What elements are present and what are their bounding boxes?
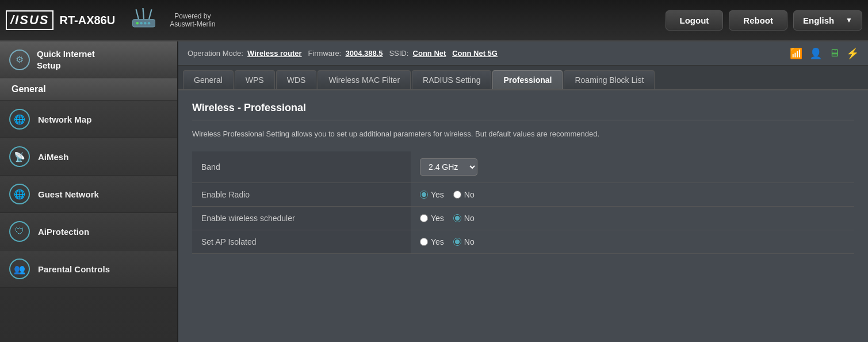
quick-setup-icon: ⚙	[9, 50, 30, 70]
parental-controls-label: Parental Controls	[38, 264, 110, 274]
wireless-scheduler-no-label[interactable]: No	[453, 214, 475, 223]
tab-wds[interactable]: WDS	[276, 70, 317, 89]
enable-radio-label: Enable Radio	[192, 183, 411, 206]
guest-network-label: Guest Network	[38, 189, 99, 199]
svg-point-6	[144, 22, 147, 25]
network-map-icon: 🌐	[9, 109, 30, 130]
header: /ISUS RT-AX86U Powered by Asuswrt-Merlin	[0, 0, 868, 41]
guest-network-icon: 🌐	[9, 184, 30, 204]
ap-isolated-no[interactable]	[453, 238, 461, 246]
monitor-status-icon: 🖥	[829, 47, 839, 59]
sidebar-item-network-map[interactable]: 🌐 Network Map	[0, 101, 177, 138]
aimesh-label: AiMesh	[38, 152, 68, 162]
tab-general[interactable]: General	[183, 70, 234, 89]
info-bar-text: Operation Mode: Wireless router Firmware…	[188, 49, 498, 58]
svg-line-2	[149, 9, 152, 19]
sidebar: ⚙ Quick InternetSetup General 🌐 Network …	[0, 41, 178, 342]
band-row: Band 2.4 GHz 5 GHz	[192, 151, 854, 183]
general-section-title: General	[0, 78, 177, 101]
wireless-scheduler-yes-label[interactable]: Yes	[420, 214, 444, 223]
svg-line-0	[136, 9, 139, 19]
aiprotection-label: AiProtection	[38, 227, 89, 237]
wireless-scheduler-row: Enable wireless scheduler Yes No	[192, 206, 854, 230]
wireless-scheduler-yes-text: Yes	[431, 214, 444, 223]
enable-radio-no-text: No	[464, 190, 475, 199]
enable-radio-no[interactable]	[453, 191, 461, 199]
asus-logo: /ISUS	[6, 10, 53, 30]
band-label: Band	[192, 151, 411, 183]
router-icon	[127, 6, 161, 34]
enable-radio-group: Yes No	[420, 190, 845, 199]
ap-isolated-yes-label[interactable]: Yes	[420, 237, 444, 246]
tab-professional[interactable]: Professional	[492, 70, 563, 89]
wireless-scheduler-yes[interactable]	[420, 214, 428, 222]
wifi-status-icon: 📶	[790, 47, 802, 60]
panel-description: Wireless Professional Setting allows you…	[192, 128, 854, 140]
firmware-value[interactable]: 3004.388.5	[345, 49, 383, 58]
network-map-label: Network Map	[38, 115, 91, 124]
ap-isolated-label: Set AP Isolated	[192, 230, 411, 253]
aiprotection-icon: 🛡	[9, 221, 30, 242]
model-name: RT-AX86U	[59, 14, 115, 27]
enable-radio-no-label[interactable]: No	[453, 190, 475, 199]
language-button[interactable]: English ▼	[793, 10, 862, 31]
quick-internet-setup-item[interactable]: ⚙ Quick InternetSetup	[0, 41, 177, 78]
users-status-icon: 👤	[809, 47, 822, 60]
enable-radio-value-cell: Yes No	[411, 183, 854, 206]
enable-radio-yes-label[interactable]: Yes	[420, 190, 444, 199]
ap-isolated-yes[interactable]	[420, 238, 428, 246]
ap-isolated-no-text: No	[464, 237, 475, 246]
wireless-scheduler-no[interactable]	[453, 214, 461, 222]
panel: Wireless - Professional Wireless Profess…	[178, 90, 868, 342]
operation-mode-value[interactable]: Wireless router	[247, 49, 302, 58]
panel-title: Wireless - Professional	[192, 102, 854, 120]
tab-roaming-block-list[interactable]: Roaming Block List	[564, 70, 655, 89]
sidebar-item-parental-controls[interactable]: 👥 Parental Controls	[0, 250, 177, 288]
band-select[interactable]: 2.4 GHz 5 GHz	[420, 158, 477, 176]
quick-setup-label: Quick InternetSetup	[37, 48, 95, 71]
reboot-button[interactable]: Reboot	[729, 10, 787, 31]
tab-wps[interactable]: WPS	[235, 70, 275, 89]
powered-by: Powered by Asuswrt-Merlin	[170, 12, 215, 28]
wireless-scheduler-no-text: No	[464, 214, 475, 223]
ap-isolated-yes-text: Yes	[431, 237, 444, 246]
svg-line-1	[143, 8, 144, 20]
sidebar-item-aimesh[interactable]: 📡 AiMesh	[0, 138, 177, 176]
language-label: English	[803, 16, 834, 25]
svg-point-5	[140, 22, 143, 25]
chevron-down-icon: ▼	[846, 16, 852, 24]
ap-isolated-row: Set AP Isolated Yes No	[192, 230, 854, 253]
operation-mode-label: Operation Mode:	[188, 49, 243, 58]
settings-table: Band 2.4 GHz 5 GHz Enable Radio	[192, 151, 854, 254]
enable-radio-yes-text: Yes	[431, 190, 444, 199]
status-icons: 📶 👤 🖥 ⚡	[790, 47, 859, 60]
ssid-label: SSID:	[389, 49, 408, 58]
enable-radio-yes[interactable]	[420, 191, 428, 199]
ap-isolated-no-label[interactable]: No	[453, 237, 475, 246]
tab-wireless-mac-filter[interactable]: Wireless MAC Filter	[318, 70, 411, 89]
ssid-value1[interactable]: Conn Net	[413, 49, 446, 58]
svg-point-7	[148, 22, 151, 25]
header-buttons: Logout Reboot English ▼	[666, 10, 862, 31]
ap-isolated-value-cell: Yes No	[411, 230, 854, 253]
usb-status-icon: ⚡	[846, 47, 859, 60]
tabs-bar: General WPS WDS Wireless MAC Filter RADI…	[178, 66, 868, 90]
wireless-scheduler-label: Enable wireless scheduler	[192, 206, 411, 230]
sidebar-item-aiprotection[interactable]: 🛡 AiProtection	[0, 213, 177, 250]
main-layout: ⚙ Quick InternetSetup General 🌐 Network …	[0, 41, 868, 342]
aimesh-icon: 📡	[9, 146, 30, 167]
sidebar-item-guest-network[interactable]: 🌐 Guest Network	[0, 176, 177, 213]
svg-point-4	[136, 22, 139, 25]
logout-button[interactable]: Logout	[666, 10, 724, 31]
wireless-scheduler-value-cell: Yes No	[411, 206, 854, 230]
info-bar: Operation Mode: Wireless router Firmware…	[178, 41, 868, 66]
logo-area: /ISUS RT-AX86U Powered by Asuswrt-Merlin	[6, 6, 216, 34]
ssid-value2[interactable]: Conn Net 5G	[452, 49, 498, 58]
content-area: Operation Mode: Wireless router Firmware…	[178, 41, 868, 342]
enable-radio-row: Enable Radio Yes No	[192, 183, 854, 206]
tab-radius-setting[interactable]: RADIUS Setting	[412, 70, 491, 89]
ap-isolated-group: Yes No	[420, 237, 845, 246]
router-image	[127, 6, 161, 34]
wireless-scheduler-group: Yes No	[420, 214, 845, 223]
parental-controls-icon: 👥	[9, 259, 30, 279]
